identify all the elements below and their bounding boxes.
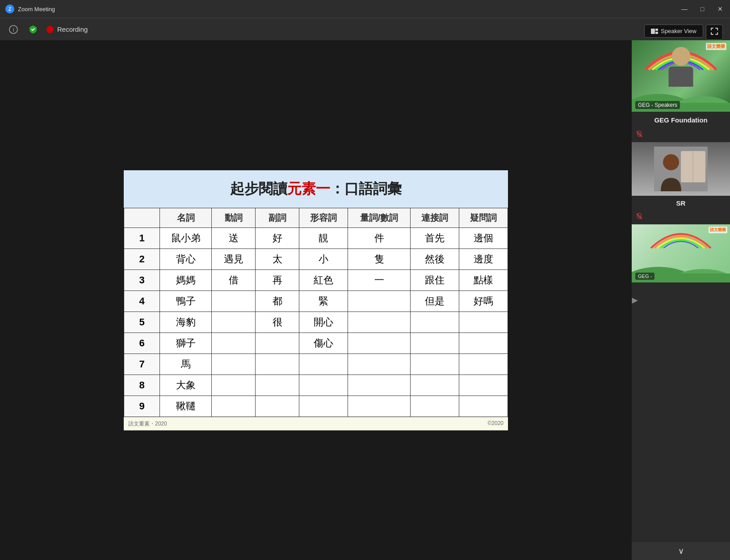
minimize-button[interactable]: — [680, 5, 689, 13]
info-button[interactable]: i [7, 23, 20, 36]
cell-3-4: 緊 [299, 291, 348, 312]
window-controls: — □ ✕ [680, 5, 725, 13]
table-row: 2背心遇見太小隻然後邊度 [124, 248, 508, 269]
cell-8-3 [256, 396, 299, 417]
cell-7-3 [256, 375, 299, 396]
table-row: 7馬 [124, 354, 508, 375]
cell-2-1: 媽媽 [160, 269, 212, 291]
cell-8-5 [348, 396, 410, 417]
cell-3-5 [348, 291, 410, 312]
footer-right: ©2020 [487, 420, 503, 428]
cell-0-1: 鼠小弟 [160, 227, 212, 248]
close-button[interactable]: ✕ [716, 5, 725, 13]
cell-5-2 [212, 333, 256, 354]
fullscreen-button[interactable] [706, 25, 723, 40]
title-bar: Z Zoom Meeting — □ ✕ [0, 0, 730, 18]
scroll-down-button[interactable]: ∨ [632, 542, 730, 560]
cell-2-4: 紅色 [299, 269, 348, 291]
svg-rect-4 [651, 29, 655, 34]
cell-1-2: 遇見 [212, 248, 256, 269]
cell-6-0: 7 [124, 354, 160, 375]
mute-row-1 [632, 128, 730, 142]
mute-row-2 [632, 211, 730, 224]
maximize-button[interactable]: □ [698, 5, 707, 13]
scroll-right-arrow[interactable]: ► [630, 295, 640, 306]
footer-left: 語文重素・2020 [128, 420, 167, 428]
table-row: 6獅子傷心 [124, 333, 508, 354]
cell-6-2 [212, 354, 256, 375]
table-body: 1鼠小弟送好靚件首先邊個2背心遇見太小隻然後邊度3媽媽借再紅色一跟住點樣4鴨子都… [124, 227, 508, 417]
cell-4-6 [411, 312, 459, 333]
cell-6-4 [299, 354, 348, 375]
cell-4-5 [348, 312, 410, 333]
participant-video-1 [632, 142, 730, 196]
svg-rect-5 [655, 29, 658, 31]
slide-title-part3: ：口語詞彙 [330, 181, 402, 197]
recording-label: Recording [57, 25, 88, 33]
participant-bg [632, 142, 730, 196]
cell-5-5 [348, 333, 410, 354]
col-adverb: 副詞 [256, 208, 299, 227]
cell-5-0: 6 [124, 333, 160, 354]
thumbnail-tile: 語文樂樂 GEG - [632, 224, 730, 282]
cell-8-4 [299, 396, 348, 417]
cell-4-4: 開心 [299, 312, 348, 333]
cell-2-2: 借 [212, 269, 256, 291]
col-question: 疑問詞 [459, 208, 508, 227]
cell-0-5: 件 [348, 227, 410, 248]
main-content: 起步閱讀元素一：口語詞彙 名詞 動詞 副詞 形容詞 量詞/數詞 連接詞 疑問詞 [0, 40, 730, 560]
cell-3-2 [212, 291, 256, 312]
cell-5-3 [256, 333, 299, 354]
thumbnail-speaker-label: GEG - [635, 273, 654, 280]
scroll-down-icon: ∨ [678, 546, 684, 556]
cell-0-4: 靚 [299, 227, 348, 248]
cell-8-6 [411, 396, 459, 417]
cell-3-3: 都 [256, 291, 299, 312]
cell-5-7 [459, 333, 508, 354]
col-adj: 形容詞 [299, 208, 348, 227]
slide-title-part2: 元素一 [287, 181, 330, 197]
vocabulary-table: 名詞 動詞 副詞 形容詞 量詞/數詞 連接詞 疑問詞 1鼠小弟送好靚件首先邊個2… [124, 208, 508, 417]
cell-6-7 [459, 354, 508, 375]
col-number [124, 208, 160, 227]
svg-rect-6 [655, 32, 658, 34]
cell-7-7 [459, 375, 508, 396]
geg-foundation-label: GEG Foundation [632, 112, 730, 128]
cell-5-4: 傷心 [299, 333, 348, 354]
app-icon: Z [5, 4, 14, 13]
cell-1-5: 隻 [348, 248, 410, 269]
mute-icon-2 [635, 212, 643, 223]
geg-logo: 語文樂樂 [706, 43, 726, 50]
cell-3-0: 4 [124, 291, 160, 312]
cell-8-7 [459, 396, 508, 417]
col-conj: 連接詞 [411, 208, 459, 227]
table-row: 3媽媽借再紅色一跟住點樣 [124, 269, 508, 291]
cell-3-7: 好嗎 [459, 291, 508, 312]
table-header-row: 名詞 動詞 副詞 形容詞 量詞/數詞 連接詞 疑問詞 [124, 208, 508, 227]
cell-0-3: 好 [256, 227, 299, 248]
svg-text:i: i [13, 27, 14, 33]
cell-0-2: 送 [212, 227, 256, 248]
cell-2-7: 點樣 [459, 269, 508, 291]
cell-0-7: 邊個 [459, 227, 508, 248]
cell-5-6 [411, 333, 459, 354]
cell-4-3: 很 [256, 312, 299, 333]
cell-6-3 [256, 354, 299, 375]
cell-1-7: 邊度 [459, 248, 508, 269]
recording-dot [46, 26, 54, 33]
cell-8-1: 鞦韆 [160, 396, 212, 417]
speaker-name-label: GEG - Speakers [635, 101, 680, 109]
recording-indicator: Recording [46, 25, 88, 33]
cell-2-0: 3 [124, 269, 160, 291]
cell-1-4: 小 [299, 248, 348, 269]
thumbnail-logo: 語文樂樂 [709, 227, 727, 233]
cell-1-0: 2 [124, 248, 160, 269]
cell-1-6: 然後 [411, 248, 459, 269]
cell-8-0: 9 [124, 396, 160, 417]
cell-8-2 [212, 396, 256, 417]
slide-area: 起步閱讀元素一：口語詞彙 名詞 動詞 副詞 形容詞 量詞/數詞 連接詞 疑問詞 [0, 40, 632, 560]
col-noun: 名詞 [160, 208, 212, 227]
shield-icon [27, 23, 39, 36]
speaker-view-button[interactable]: Speaker View [644, 25, 703, 38]
cell-7-2 [212, 375, 256, 396]
